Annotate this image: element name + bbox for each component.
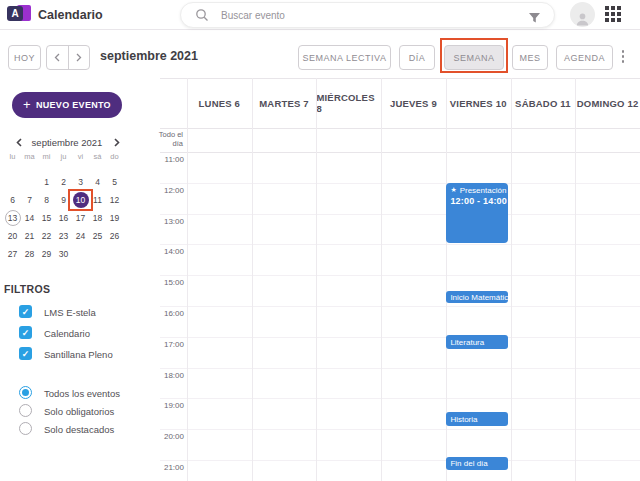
mini-calendar-day[interactable]: 28: [21, 245, 38, 263]
hour-label: 16:00: [158, 309, 184, 318]
mini-calendar-weekday: ju: [55, 152, 72, 161]
mini-calendar-day[interactable]: 17: [72, 209, 89, 227]
search-input[interactable]: [221, 4, 491, 26]
hour-label: 13:00: [158, 217, 184, 226]
today-day: 13: [5, 210, 21, 226]
user-avatar[interactable]: [570, 2, 595, 27]
hour-label: 18:00: [158, 371, 184, 380]
day-column-header: MIÉRCOLES 8: [316, 78, 381, 128]
mini-calendar-day[interactable]: 18: [89, 209, 106, 227]
mini-calendar-prev-icon[interactable]: [12, 135, 26, 149]
app-logo-letter[interactable]: A: [7, 6, 23, 21]
event-historia[interactable]: Historia: [446, 412, 508, 426]
mini-calendar-weekday: lu: [4, 152, 21, 161]
mini-calendar-day[interactable]: 13: [4, 209, 21, 227]
next-week-button[interactable]: [69, 46, 90, 69]
day-column-header: LUNES 6: [187, 78, 252, 128]
event-literatura[interactable]: Literatura: [446, 335, 508, 349]
mini-calendar-day[interactable]: 16: [55, 209, 72, 227]
event-inicio-matemátic[interactable]: Inicio Matemátic: [446, 291, 508, 304]
checkbox-label: LMS E-stela: [44, 307, 96, 318]
more-options-icon[interactable]: [621, 50, 625, 63]
view-button-semana-lectiva[interactable]: SEMANA LECTIVA: [298, 45, 391, 70]
grid-line: [252, 78, 253, 481]
apps-grid-icon[interactable]: [605, 6, 623, 24]
event-time: 12:00 - 14:00: [450, 196, 504, 206]
filter-funnel-icon[interactable]: [528, 10, 541, 28]
mini-calendar-day[interactable]: 21: [21, 227, 38, 245]
event-presentación[interactable]: ★Presentación12:00 - 14:00: [446, 183, 508, 244]
day-column-header: JUEVES 9: [381, 78, 446, 128]
view-button-mes[interactable]: MES: [512, 45, 548, 70]
hour-label: 14:00: [158, 247, 184, 256]
checkbox-calendario[interactable]: ✓: [19, 326, 32, 339]
grid-line: [160, 275, 640, 276]
plus-icon: +: [23, 97, 31, 112]
mini-calendar-weekday: sá: [89, 152, 106, 161]
mini-calendar-day[interactable]: 14: [21, 209, 38, 227]
radio-todos-los-eventos[interactable]: [19, 386, 32, 399]
mini-calendar-day[interactable]: 25: [89, 227, 106, 245]
mini-calendar-next-icon[interactable]: [109, 135, 123, 149]
grid-line: [160, 152, 640, 153]
search-bar[interactable]: [180, 2, 555, 28]
mini-calendar-weekday: do: [106, 152, 123, 161]
hour-label: 20:00: [158, 432, 184, 441]
checkbox-santillana-pleno[interactable]: ✓: [19, 347, 32, 360]
page-title: Calendario: [38, 8, 103, 22]
hour-label: 17:00: [158, 340, 184, 349]
mini-calendar-weekday: mi: [38, 152, 55, 161]
annotation-highlight-day10: [68, 189, 93, 211]
mini-calendar-day[interactable]: 30: [55, 245, 72, 263]
mini-calendar-day[interactable]: 20: [4, 227, 21, 245]
event-fin-del-día[interactable]: Fin del día: [446, 457, 508, 471]
mini-calendar-day[interactable]: 19: [106, 209, 123, 227]
event-title: Presentación: [460, 186, 507, 195]
radio-label: Solo destacados: [44, 424, 114, 435]
filters-heading: FILTROS: [4, 283, 50, 295]
mini-calendar-day[interactable]: 12: [106, 191, 123, 209]
grid-line: [160, 183, 640, 184]
mini-calendar-day[interactable]: 15: [38, 209, 55, 227]
grid-line: [381, 78, 382, 481]
mini-calendar-day[interactable]: 7: [21, 191, 38, 209]
hour-label: 12:00: [158, 186, 184, 195]
hour-label: 11:00: [158, 155, 184, 164]
grid-line: [160, 78, 640, 79]
radio-label: Solo obligatorios: [44, 406, 114, 417]
mini-calendar-day[interactable]: 23: [55, 227, 72, 245]
radio-label: Todos los eventos: [44, 388, 120, 399]
top-navigation-bar: A Calendario: [0, 0, 640, 30]
mini-calendar-day[interactable]: 27: [4, 245, 21, 263]
today-button[interactable]: HOY: [8, 45, 41, 70]
hour-label: 21:00: [158, 463, 184, 472]
radio-solo-obligatorios[interactable]: [19, 404, 32, 417]
new-event-button[interactable]: + NUEVO EVENTO: [12, 92, 122, 118]
grid-line: [575, 78, 576, 481]
previous-week-button[interactable]: [47, 46, 69, 69]
checkbox-lms-estela[interactable]: ✓: [19, 305, 32, 318]
checkbox-label: Santillana Pleno: [44, 349, 113, 360]
view-button-dia[interactable]: DÍA: [399, 45, 435, 70]
mini-calendar-day[interactable]: 6: [4, 191, 21, 209]
view-button-agenda[interactable]: AGENDA: [556, 45, 613, 70]
day-column-header: VIERNES 10: [446, 78, 511, 128]
mini-calendar-day[interactable]: 29: [38, 245, 55, 263]
mini-calendar-day[interactable]: 5: [106, 173, 123, 191]
mini-calendar-day[interactable]: 8: [38, 191, 55, 209]
mini-calendar-day[interactable]: 24: [72, 227, 89, 245]
grid-line: [511, 78, 512, 481]
checkbox-label: Calendario: [44, 328, 90, 339]
mini-calendar-day[interactable]: 22: [38, 227, 55, 245]
date-navigation-group: [46, 45, 90, 70]
radio-solo-destacados[interactable]: [19, 422, 32, 435]
search-icon: [195, 8, 209, 26]
mini-calendar-weekday: ma: [21, 152, 38, 161]
mini-calendar-day[interactable]: 1: [38, 173, 55, 191]
day-column-header: SÁBADO 11: [511, 78, 576, 128]
mini-calendar-title: septiembre 2021: [28, 137, 106, 148]
mini-calendar-day[interactable]: 26: [106, 227, 123, 245]
grid-line: [316, 78, 317, 481]
grid-line: [160, 244, 640, 245]
annotation-highlight-semana: [440, 38, 508, 73]
